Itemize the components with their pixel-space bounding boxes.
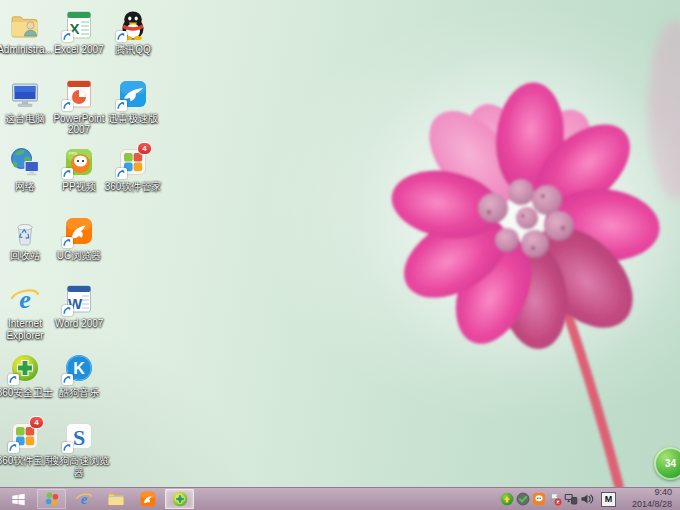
tray-safe-status-icon[interactable]	[516, 492, 530, 506]
powerpoint-2007-icon	[63, 78, 95, 110]
uc-browser-icon	[139, 490, 157, 508]
desktop-icon-label: UC浏览器	[47, 250, 111, 262]
taskbar-button-file-explorer[interactable]	[101, 489, 130, 509]
xunlei-speed-icon	[117, 78, 149, 110]
taskbar-button-360-safe-guard[interactable]	[165, 489, 194, 509]
windows-desktop: { "desktop": { "icons": [ {"id":"adminis…	[0, 0, 680, 510]
360-browser-icon	[43, 490, 61, 508]
desktop-icon-label: 腾讯QQ	[101, 44, 165, 56]
shortcut-arrow-icon	[62, 237, 73, 248]
shortcut-arrow-icon	[116, 100, 127, 111]
svg-text:e: e	[19, 285, 31, 314]
desktop-icon-label: 360软件管家	[101, 181, 165, 193]
desktop-icon-label: 迅雷极速版	[101, 113, 165, 125]
taskbar-buttons: e	[0, 488, 196, 510]
360-software-manager-icon: 4	[117, 146, 149, 178]
notification-badge: 4	[137, 142, 152, 155]
360-safe-guard-icon	[9, 352, 41, 384]
360-software-store-icon: 4	[9, 420, 41, 452]
desktop-icon-360-software-manager[interactable]: 4360软件管家	[101, 146, 165, 193]
360-safe-guard-icon	[171, 490, 189, 508]
taskbar: e M 9:40 2014/8/28	[0, 487, 680, 510]
start-icon	[10, 491, 27, 508]
word-2007-icon: W	[63, 283, 95, 315]
360-acceleration-ball[interactable]: 34	[654, 447, 680, 480]
tray-network-status-icon[interactable]	[564, 492, 578, 506]
taskbar-button-360-browser[interactable]	[37, 489, 66, 509]
clock-time: 9:40	[622, 487, 672, 499]
shortcut-arrow-icon	[116, 168, 127, 179]
taskbar-button-uc-browser[interactable]	[133, 489, 162, 509]
desktop-icon-word-2007[interactable]: WWord 2007	[47, 283, 111, 330]
shortcut-arrow-icon	[62, 31, 73, 42]
shortcut-arrow-icon	[8, 442, 19, 453]
taskbar-button-internet-explorer[interactable]: e	[69, 489, 98, 509]
network-icon	[9, 146, 41, 178]
excel-2007-icon: X	[63, 9, 95, 41]
desktop-icon-kugou-music[interactable]: K酷狗音乐	[47, 352, 111, 399]
shortcut-arrow-icon	[62, 100, 73, 111]
start-button[interactable]	[0, 488, 36, 510]
desktop-icon-sogou-browser[interactable]: S搜狗高速浏览器	[47, 420, 111, 479]
desktop-icon-tencent-qq[interactable]: 腾讯QQ	[101, 9, 165, 56]
clock-date: 2014/8/28	[622, 499, 672, 510]
desktop-icon-uc-browser[interactable]: UC浏览器	[47, 215, 111, 262]
recycle-bin-icon	[9, 215, 41, 247]
kugou-music-icon: K	[63, 352, 95, 384]
svg-text:PPS: PPS	[69, 151, 77, 156]
ime-indicator[interactable]: M	[601, 492, 616, 507]
desktop-icon-label: 酷狗音乐	[47, 387, 111, 399]
desktop-icon-xunlei-speed[interactable]: 迅雷极速版	[101, 78, 165, 125]
shortcut-arrow-icon	[62, 442, 73, 453]
sogou-browser-icon: S	[63, 420, 95, 452]
internet-explorer-icon: e	[75, 490, 93, 508]
internet-explorer-icon: e	[9, 283, 41, 315]
file-explorer-icon	[107, 490, 125, 508]
tray-action-center-flag-icon[interactable]	[548, 492, 562, 506]
uc-browser-icon	[63, 215, 95, 247]
shortcut-arrow-icon	[62, 168, 73, 179]
pp-video-icon: PPS	[63, 146, 95, 178]
tray-volume-icon[interactable]	[580, 492, 594, 506]
accel-ball-value: 34	[665, 458, 676, 469]
notification-badge: 4	[29, 416, 44, 429]
desktop-icon-label: Word 2007	[47, 318, 111, 330]
svg-text:S: S	[73, 425, 85, 450]
svg-text:K: K	[73, 360, 85, 377]
this-pc-icon	[9, 78, 41, 110]
administrator-icon	[9, 9, 41, 41]
shortcut-arrow-icon	[116, 31, 127, 42]
desktop-icon-label: 搜狗高速浏览器	[47, 455, 111, 479]
tray-pp-assistant-icon[interactable]	[532, 492, 546, 506]
shortcut-arrow-icon	[62, 374, 73, 385]
system-tray: M 9:40 2014/8/28	[500, 488, 680, 510]
shortcut-arrow-icon	[62, 305, 73, 316]
svg-text:e: e	[80, 491, 87, 507]
tencent-qq-icon	[117, 9, 149, 41]
taskbar-clock[interactable]: 9:40 2014/8/28	[622, 487, 677, 510]
tray-360-antivirus-icon[interactable]	[500, 492, 514, 506]
desktop-icon-grid: Administra...XExcel 2007腾讯QQ这台电脑PowerPoi…	[0, 0, 680, 488]
tray-icons	[500, 492, 594, 506]
shortcut-arrow-icon	[8, 374, 19, 385]
